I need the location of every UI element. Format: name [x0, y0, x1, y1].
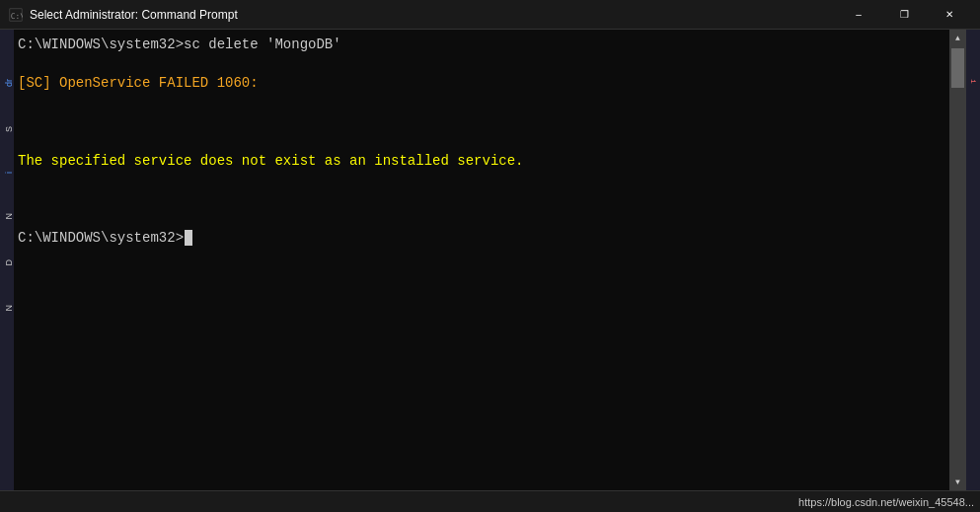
- main-wrapper: dr S i N D N C:\WINDOWS\system32>sc dele…: [0, 30, 980, 490]
- left-strip-text-2: S: [0, 126, 14, 132]
- status-url: https://blog.csdn.net/weixin_45548...: [798, 496, 974, 508]
- svg-text:C:\: C:\: [11, 11, 23, 20]
- left-strip-text-5: D: [0, 259, 14, 266]
- right-edge: i: [966, 30, 980, 490]
- terminal-line-2: [SC] OpenService FAILED 1060:: [18, 74, 945, 94]
- left-strip-text-3: i: [0, 172, 14, 174]
- cursor: [185, 230, 192, 246]
- title-bar-title: Select Administrator: Command Prompt: [30, 8, 238, 22]
- left-strip-text-6: N: [0, 305, 14, 312]
- scrollbar-down-arrow[interactable]: ▼: [949, 474, 966, 490]
- left-strip-text-4: N: [0, 213, 14, 220]
- cmd-icon: C:\: [8, 7, 24, 23]
- terminal-line-3: [18, 112, 945, 132]
- terminal-line-4: The specified service does not exist as …: [18, 152, 945, 172]
- right-edge-text: i: [969, 79, 978, 84]
- scrollbar-area: [949, 46, 966, 474]
- title-bar: C:\ Select Administrator: Command Prompt…: [0, 0, 980, 30]
- scrollbar-up-arrow[interactable]: ▲: [949, 30, 966, 46]
- terminal-line-5: [18, 190, 945, 210]
- minimize-button[interactable]: –: [836, 0, 881, 30]
- status-bar: https://blog.csdn.net/weixin_45548...: [0, 490, 980, 512]
- left-strip: dr S i N D N: [0, 30, 14, 490]
- terminal-line-6: C:\WINDOWS\system32>: [18, 229, 945, 249]
- left-strip-text-1: dr: [0, 79, 14, 87]
- scrollbar-thumb[interactable]: [951, 48, 964, 88]
- title-bar-controls: – ❐ ✕: [836, 0, 972, 30]
- scrollbar-track: ▲ ▼: [949, 30, 966, 490]
- close-button[interactable]: ✕: [927, 0, 972, 30]
- terminal[interactable]: C:\WINDOWS\system32>sc delete 'MongoDB' …: [14, 30, 949, 490]
- title-bar-left: C:\ Select Administrator: Command Prompt: [8, 7, 238, 23]
- terminal-line-1: C:\WINDOWS\system32>sc delete 'MongoDB': [18, 36, 945, 55]
- restore-button[interactable]: ❐: [881, 0, 927, 30]
